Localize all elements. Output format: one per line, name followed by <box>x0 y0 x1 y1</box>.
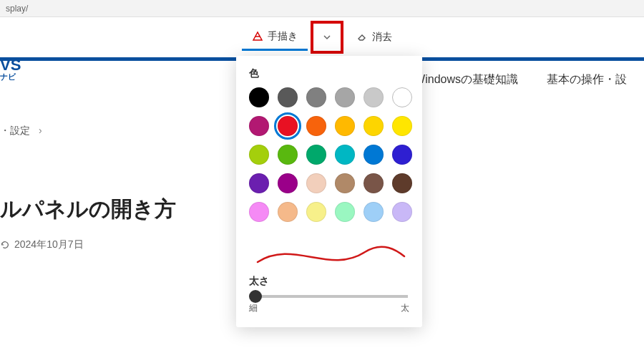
logo-main: VS <box>0 57 21 73</box>
thickness-heading: 太さ <box>249 275 409 288</box>
color-swatch[interactable] <box>392 87 412 107</box>
color-swatch[interactable] <box>392 202 412 222</box>
color-swatch[interactable] <box>335 173 355 193</box>
site-logo: VS ナビ <box>0 57 21 81</box>
stroke-preview <box>249 235 409 275</box>
color-swatch[interactable] <box>392 116 412 136</box>
color-swatch[interactable] <box>335 145 355 165</box>
color-swatch[interactable] <box>306 145 326 165</box>
draw-button[interactable]: 手描き <box>242 24 308 51</box>
refresh-icon <box>0 240 10 250</box>
slider-thumb[interactable] <box>249 290 262 303</box>
draw-options-dropdown[interactable] <box>315 25 339 49</box>
color-swatch[interactable] <box>249 202 269 222</box>
chevron-down-icon <box>322 32 332 42</box>
erase-button[interactable]: 消去 <box>346 25 402 49</box>
color-swatch[interactable] <box>364 202 384 222</box>
color-swatch[interactable] <box>364 145 384 165</box>
color-swatch[interactable] <box>249 173 269 193</box>
slider-labels: 細 太 <box>249 302 409 314</box>
pen-icon <box>252 31 263 42</box>
color-swatch[interactable] <box>278 145 298 165</box>
color-swatch[interactable] <box>364 116 384 136</box>
color-swatch[interactable] <box>278 173 298 193</box>
highlight-box <box>311 21 343 54</box>
color-swatch[interactable] <box>392 173 412 193</box>
color-swatch[interactable] <box>278 87 298 107</box>
nav-item-ops[interactable]: 基本の操作・設 <box>547 72 627 87</box>
chevron-right-icon: › <box>39 125 42 136</box>
color-swatch[interactable] <box>392 145 412 165</box>
nav-item-basics[interactable]: Windowsの基礎知識 <box>414 72 518 87</box>
color-swatch[interactable] <box>278 202 298 222</box>
annotation-toolbar: 手描き 消去 <box>0 17 644 57</box>
breadcrumb-item[interactable]: ・設定 <box>0 125 30 136</box>
color-swatch[interactable] <box>306 202 326 222</box>
color-swatch[interactable] <box>306 87 326 107</box>
thickness-slider[interactable]: 細 太 <box>249 295 409 314</box>
color-swatch[interactable] <box>335 87 355 107</box>
color-swatch[interactable] <box>364 173 384 193</box>
color-swatch[interactable] <box>306 173 326 193</box>
color-swatch[interactable] <box>249 145 269 165</box>
draw-options-popup: 色 太さ 細 太 <box>236 56 422 327</box>
color-swatch[interactable] <box>249 116 269 136</box>
eraser-icon <box>356 32 368 43</box>
color-heading: 色 <box>249 67 409 80</box>
logo-sub: ナビ <box>0 73 21 81</box>
color-swatch[interactable] <box>249 87 269 107</box>
thin-label: 細 <box>249 302 258 314</box>
color-swatch-grid <box>249 87 409 222</box>
draw-label: 手描き <box>268 30 298 43</box>
date-text: 2024年10月7日 <box>14 238 84 251</box>
color-swatch[interactable] <box>364 87 384 107</box>
color-swatch[interactable] <box>278 116 298 136</box>
url-bar: splay/ <box>0 0 644 17</box>
erase-label: 消去 <box>372 31 392 44</box>
slider-track <box>250 295 408 298</box>
color-swatch[interactable] <box>335 202 355 222</box>
url-fragment: splay/ <box>6 4 28 14</box>
color-swatch[interactable] <box>335 116 355 136</box>
thick-label: 太 <box>401 302 409 314</box>
color-swatch[interactable] <box>306 116 326 136</box>
